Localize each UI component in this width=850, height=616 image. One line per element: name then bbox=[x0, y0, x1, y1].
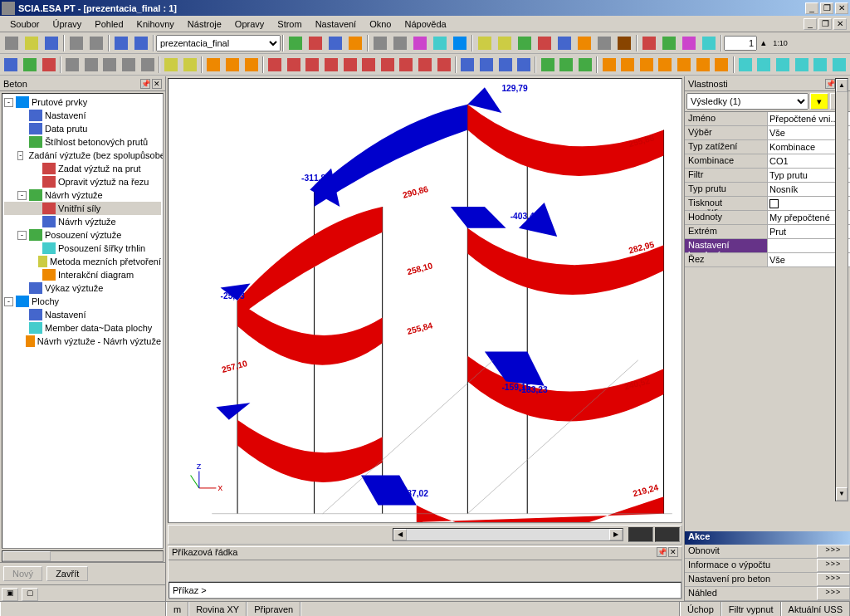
menu-nastaveni[interactable]: Nastavení bbox=[309, 17, 364, 31]
tb2-zoom5[interactable] bbox=[139, 56, 156, 74]
menu-opravy[interactable]: Opravy bbox=[228, 17, 271, 31]
cmd-pin[interactable]: 📌 bbox=[657, 547, 667, 557]
new-button[interactable]: Nový bbox=[3, 566, 42, 581]
property-row[interactable]: ŘezVše bbox=[685, 253, 850, 267]
darkbox-2[interactable] bbox=[655, 527, 680, 542]
tbtn-j4[interactable] bbox=[700, 34, 718, 52]
tb2-a2[interactable] bbox=[181, 56, 198, 74]
tb2-a1[interactable] bbox=[163, 56, 180, 74]
vb-1[interactable] bbox=[170, 526, 188, 543]
tbtn-j1[interactable] bbox=[640, 34, 658, 52]
tbtn-h4[interactable] bbox=[431, 34, 449, 52]
tree-item[interactable]: -Návrh výztuže bbox=[4, 188, 161, 202]
menu-nastroje[interactable]: Nástroje bbox=[181, 17, 228, 31]
tb2-c2[interactable] bbox=[286, 56, 303, 74]
tb2-g5[interactable] bbox=[812, 56, 829, 74]
vb-3[interactable] bbox=[207, 526, 225, 543]
tbtn-h2[interactable] bbox=[391, 34, 409, 52]
tb2-f4[interactable] bbox=[657, 56, 674, 74]
property-row[interactable]: JménoPřepočtené vni... bbox=[685, 112, 850, 126]
menu-soubor[interactable]: Soubor bbox=[3, 17, 46, 31]
tbtn-i6[interactable] bbox=[575, 34, 594, 52]
tree-item[interactable]: Metoda mezních přetvoření bbox=[4, 255, 161, 268]
tbtn-save[interactable] bbox=[42, 34, 61, 52]
vb-10[interactable] bbox=[335, 526, 353, 543]
tbtn-i3[interactable] bbox=[515, 34, 534, 52]
tb2-c6[interactable] bbox=[360, 56, 378, 74]
tree-item[interactable]: -Posouzení výztuže bbox=[4, 228, 161, 242]
tree-item[interactable]: Štíhlost betonových prutů bbox=[4, 135, 161, 149]
tbtn-h5[interactable] bbox=[451, 34, 469, 52]
tree-item[interactable]: Vnitřní síly bbox=[4, 202, 161, 215]
tb2-e1[interactable] bbox=[539, 56, 556, 74]
tb2-d2[interactable] bbox=[478, 56, 496, 74]
tbtn-i2[interactable] bbox=[496, 34, 514, 52]
tb2-2[interactable] bbox=[22, 56, 39, 74]
minimize-button[interactable]: _ bbox=[805, 2, 818, 14]
tb2-e2[interactable] bbox=[558, 56, 575, 74]
property-row[interactable]: Typ zatíženíKombinace bbox=[685, 140, 850, 154]
status-filter[interactable]: Filtr vypnut bbox=[721, 602, 781, 616]
tb2-g1[interactable] bbox=[737, 56, 755, 74]
tb2-zoom2[interactable] bbox=[82, 56, 100, 74]
tb2-c8[interactable] bbox=[398, 56, 415, 74]
vb-12[interactable] bbox=[371, 526, 389, 543]
tb2-c10[interactable] bbox=[435, 56, 452, 74]
tab-1[interactable]: ▣ bbox=[2, 588, 18, 601]
vb-4[interactable] bbox=[225, 526, 243, 543]
vb-6[interactable] bbox=[261, 526, 280, 543]
close-panel-button[interactable]: Zavřít bbox=[46, 566, 88, 581]
property-row[interactable]: Nastavení kreslení... bbox=[685, 239, 850, 253]
tb2-e3[interactable] bbox=[577, 56, 594, 74]
tbtn-h3[interactable] bbox=[411, 34, 429, 52]
tbtn-i8[interactable] bbox=[615, 34, 633, 52]
tb2-d3[interactable] bbox=[496, 56, 514, 74]
panel-close-button[interactable]: ✕ bbox=[152, 79, 162, 89]
tb2-f5[interactable] bbox=[676, 56, 693, 74]
vb-11[interactable] bbox=[353, 526, 371, 543]
viewport[interactable]: x z 129,79 255,88 -311,88 290, bbox=[168, 78, 682, 523]
mdi-close-button[interactable]: ✕ bbox=[833, 18, 847, 30]
vb-8[interactable] bbox=[298, 526, 316, 543]
tb2-f2[interactable] bbox=[619, 56, 637, 74]
tree-item[interactable]: Opravit výztuž na řezu bbox=[4, 175, 161, 188]
tbtn-redo[interactable] bbox=[132, 34, 150, 52]
results-combo[interactable]: Výsledky (1) bbox=[686, 93, 808, 110]
menu-pohled[interactable]: Pohled bbox=[88, 17, 129, 31]
tbtn-i4[interactable] bbox=[535, 34, 554, 52]
vb-2[interactable] bbox=[188, 526, 207, 543]
spin-buttons[interactable]: ▴ bbox=[758, 34, 769, 52]
menu-strom[interactable]: Strom bbox=[271, 17, 308, 31]
pin-button[interactable]: 📌 bbox=[140, 79, 150, 89]
tbtn-h1[interactable] bbox=[371, 34, 389, 52]
tree-item[interactable]: -Zadání výztuže (bez spolupůsobení) bbox=[4, 149, 161, 162]
scroll-up-button[interactable]: ▲ bbox=[836, 79, 848, 92]
tree-item[interactable]: Member data~Data plochy bbox=[4, 321, 161, 335]
tbtn-new[interactable] bbox=[2, 34, 21, 52]
tb2-c3[interactable] bbox=[304, 56, 321, 74]
vb-7[interactable] bbox=[280, 526, 298, 543]
property-row[interactable]: Typ prutuNosník bbox=[685, 183, 850, 197]
tb2-zoom1[interactable] bbox=[64, 56, 81, 74]
project-combo[interactable]: prezentacia_final bbox=[156, 35, 281, 51]
tree-item[interactable]: Zadat výztuž na prut bbox=[4, 162, 161, 175]
tb2-f1[interactable] bbox=[600, 56, 618, 74]
maximize-button[interactable]: ❐ bbox=[820, 2, 833, 14]
tb2-b3[interactable] bbox=[242, 56, 260, 74]
tb2-3[interactable] bbox=[40, 56, 57, 74]
tbtn-undo[interactable] bbox=[112, 34, 130, 52]
property-row[interactable]: VýběrVše bbox=[685, 126, 850, 140]
tree-item[interactable]: Nastavení bbox=[4, 109, 161, 122]
spin-input[interactable] bbox=[724, 36, 757, 51]
tree-item[interactable]: Návrh výztuže - Návrh výztuže bbox=[4, 335, 161, 348]
command-input[interactable]: Příkaz > bbox=[169, 582, 681, 599]
tb2-f7[interactable] bbox=[713, 56, 730, 74]
tb2-c5[interactable] bbox=[341, 56, 359, 74]
tbtn-preview[interactable] bbox=[87, 34, 105, 52]
tb2-g6[interactable] bbox=[831, 56, 848, 74]
property-grid[interactable]: JménoPřepočtené vni...VýběrVšeTyp zatíže… bbox=[685, 112, 850, 531]
tbtn-print[interactable] bbox=[67, 34, 85, 52]
tb2-f6[interactable] bbox=[694, 56, 711, 74]
tbtn-g1[interactable] bbox=[286, 34, 305, 52]
tb2-d4[interactable] bbox=[515, 56, 533, 74]
